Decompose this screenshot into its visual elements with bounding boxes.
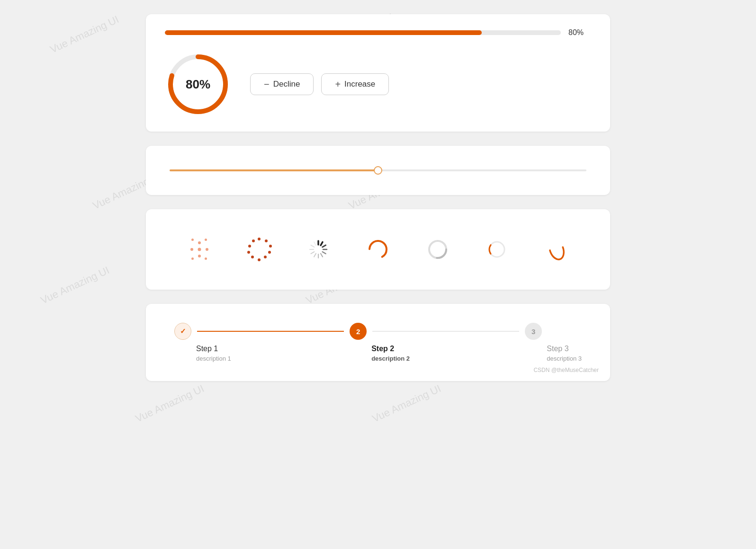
progress-bar-fill xyxy=(165,30,482,35)
dot xyxy=(198,255,201,257)
steps-row: ✓ Step 1 description 1 2 Step 2 xyxy=(165,318,591,367)
step-3: 3 Step 3 description 3 xyxy=(525,323,582,362)
step-3-desc: description 3 xyxy=(547,355,582,362)
svg-line-3 xyxy=(321,242,323,245)
step-2: 2 Step 2 description 2 xyxy=(350,323,525,362)
step-1: ✓ Step 1 description 1 xyxy=(174,323,350,362)
spinner-arc-bottom xyxy=(361,233,395,266)
dot xyxy=(258,238,261,240)
step-3-text: Step 3 description 3 xyxy=(547,345,582,362)
spinner-arc-svg xyxy=(366,238,390,261)
svg-line-4 xyxy=(323,245,326,247)
dot xyxy=(247,251,250,254)
step-1-desc: description 1 xyxy=(196,355,231,362)
spinner-ring-dots-inner xyxy=(247,238,271,261)
dot xyxy=(205,239,207,241)
step-1-text: Step 1 description 1 xyxy=(196,345,231,362)
step-1-line xyxy=(197,331,344,332)
dot xyxy=(264,256,267,258)
dot xyxy=(191,257,194,260)
watermark: Vue Amazing UI xyxy=(370,382,443,425)
step-1-label-row: Step 1 description 1 xyxy=(174,345,231,362)
spinner-ring-dots xyxy=(243,233,276,266)
dot xyxy=(206,248,208,251)
svg-point-17 xyxy=(489,242,504,257)
watermark: Vue Amazing UI xyxy=(134,382,206,425)
slider-track[interactable] xyxy=(170,169,586,171)
spinner-oval xyxy=(540,233,573,266)
svg-line-13 xyxy=(314,242,316,245)
increase-icon: + xyxy=(335,80,341,89)
spinners-card xyxy=(146,209,610,290)
decline-button[interactable]: − Decline xyxy=(250,73,314,95)
svg-point-19 xyxy=(547,238,566,261)
step-1-header: ✓ xyxy=(174,323,350,340)
spinner-thin-ring xyxy=(421,233,454,266)
step-2-line xyxy=(372,331,519,332)
step-1-circle: ✓ xyxy=(174,323,191,340)
spinner-oval-svg xyxy=(543,238,570,261)
slider-thumb[interactable] xyxy=(374,166,382,175)
dot xyxy=(251,256,254,258)
slider-card xyxy=(146,146,610,195)
step-2-title: Step 2 xyxy=(371,345,410,353)
dot xyxy=(248,245,251,248)
svg-line-10 xyxy=(311,252,315,254)
csdn-label: CSDN @theMuseCatcher xyxy=(533,367,599,373)
dot xyxy=(252,239,255,242)
dot xyxy=(205,257,207,260)
step-1-title: Step 1 xyxy=(196,345,231,353)
spinner-burst-svg xyxy=(306,238,330,261)
step-3-header: 3 xyxy=(525,323,542,340)
decline-label: Decline xyxy=(273,80,300,89)
dot xyxy=(269,245,272,248)
dot xyxy=(190,248,193,251)
progress-card: 80% 80% − Decline + Increase xyxy=(146,14,610,132)
circle-label: 80% xyxy=(186,77,210,92)
svg-line-12 xyxy=(311,245,315,247)
slider-wrap xyxy=(165,160,591,181)
svg-line-6 xyxy=(323,252,326,254)
dot xyxy=(198,241,201,244)
spinner-burst xyxy=(302,233,335,266)
progress-bar-label: 80% xyxy=(568,28,591,37)
step-2-circle: 2 xyxy=(350,323,367,340)
dot xyxy=(198,248,201,251)
step-3-title: Step 3 xyxy=(547,345,582,353)
spinner-scatter xyxy=(183,233,216,266)
step-2-label-row: Step 2 description 2 xyxy=(350,345,410,362)
step-3-label-row: Step 3 description 3 xyxy=(525,345,582,362)
spinner-scatter-inner xyxy=(187,237,212,262)
increase-label: Increase xyxy=(344,80,375,89)
spinner-small-arc xyxy=(480,233,513,266)
svg-point-14 xyxy=(369,241,387,258)
spinner-thin-ring-svg xyxy=(426,238,450,261)
increase-button[interactable]: + Increase xyxy=(321,73,389,95)
step-2-desc: description 2 xyxy=(371,355,410,362)
progress-bar-track xyxy=(165,30,561,35)
circle-buttons-row: 80% − Decline + Increase xyxy=(165,51,591,117)
circle-progress: 80% xyxy=(165,51,231,117)
svg-line-7 xyxy=(321,254,323,257)
dot xyxy=(265,239,268,242)
action-buttons: − Decline + Increase xyxy=(250,73,389,95)
spinner-small-arc-svg xyxy=(485,238,509,261)
progress-bar-section: 80% xyxy=(165,28,591,37)
decline-icon: − xyxy=(264,80,270,89)
slider-fill xyxy=(170,169,378,171)
step-2-text: Step 2 description 2 xyxy=(371,345,410,362)
watermark: Vue Amazing UI xyxy=(39,264,111,307)
steps-card: ✓ Step 1 description 1 2 Step 2 xyxy=(146,304,610,381)
step-2-header: 2 xyxy=(350,323,525,340)
svg-line-9 xyxy=(314,254,316,257)
spinners-row xyxy=(165,223,591,275)
dot xyxy=(191,239,194,241)
dot xyxy=(258,258,261,261)
step-3-circle: 3 xyxy=(525,323,542,340)
watermark: Vue Amazing UI xyxy=(48,13,121,56)
dot xyxy=(268,251,271,254)
